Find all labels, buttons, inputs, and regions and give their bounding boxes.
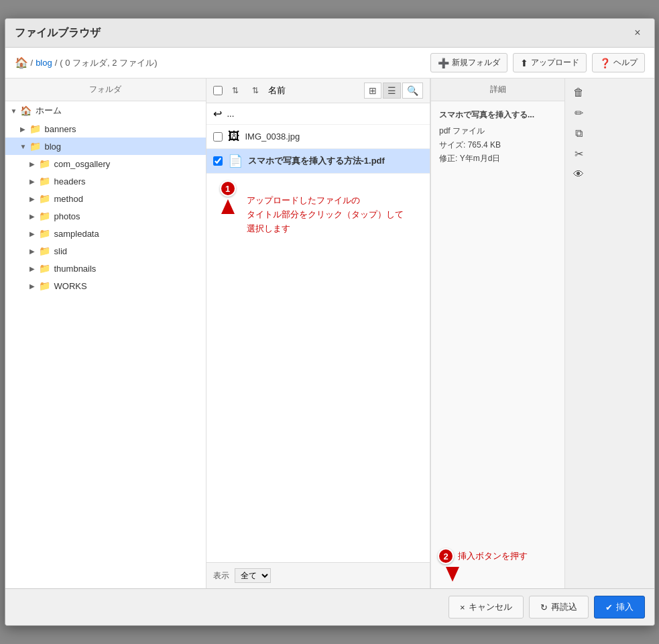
sidebar-item-label: sampledata [54, 229, 99, 239]
arrow-right-icon: ▶ [29, 248, 39, 255]
folder-icon: 📁 [39, 193, 50, 204]
file-browser-dialog: ファイルブラウザ × 🏠 / blog / ( 0 フォルダ, 2 ファイル) … [5, 18, 655, 626]
sidebar-item-com-osgallery[interactable]: ▶ 📁 com_osgallery [5, 155, 206, 172]
folder-icon: 📁 [39, 211, 50, 221]
breadcrumb-info: ( 0 フォルダ, 2 ファイル) [60, 57, 157, 69]
details-file-type: pdf ファイル [439, 124, 556, 138]
folder-icon: 📁 [39, 176, 50, 186]
preview-button[interactable]: 👁 [571, 166, 587, 183]
image-file-icon: 🖼 [228, 129, 240, 144]
grid-view-button[interactable]: ⊞ [364, 83, 381, 99]
help-icon: ❓ [599, 58, 611, 68]
folder-icon: 📁 [39, 246, 50, 256]
file-name-pdf: スマホで写真を挿入する方法-1.pdf [248, 155, 424, 167]
back-button-row[interactable]: ↩ ... [206, 103, 430, 125]
file-item-img0038[interactable]: 🖼 IMG_0038.jpg [206, 125, 430, 149]
select-all-checkbox[interactable] [213, 86, 223, 95]
cancel-label: キャンセル [469, 601, 512, 613]
cut-button[interactable]: ✂ [572, 145, 586, 163]
name-column-label: 名前 [268, 85, 286, 97]
annotation1-arrow-up-icon [221, 199, 235, 214]
sidebar-item-thumbnails[interactable]: ▶ 📁 thumbnails [5, 260, 206, 277]
edit-button[interactable]: ✏ [572, 104, 586, 122]
sidebar-item-label: thumbnails [54, 264, 97, 274]
delete-button[interactable]: 🗑 [571, 84, 587, 101]
list-view-button[interactable]: ☰ [383, 83, 401, 99]
arrow-right-icon: ▶ [29, 230, 39, 237]
sidebar-item-blog[interactable]: ▼ 📁 blog [5, 138, 206, 155]
cancel-button[interactable]: × キャンセル [448, 596, 524, 619]
upload-button[interactable]: ⬆ アップロード [513, 53, 587, 72]
file-toolbar: ⇅ ⇅ 名前 ⊞ ☰ 🔍 [206, 78, 430, 103]
annotation2-arrow-area [438, 567, 459, 582]
toolbar-actions: ➕ 新規フォルダ ⬆ アップロード ❓ ヘルプ [430, 53, 645, 72]
sidebar-item-photos[interactable]: ▶ 📁 photos [5, 207, 206, 225]
sidebar: フォルダ ▼ 🏠 ホーム ▶ 📁 banners ▼ 📁 blog ▶ 📁 co… [5, 78, 206, 588]
insert-button[interactable]: ✔ 挿入 [594, 596, 645, 619]
annotation1-text: アップロードしたファイルの タイトル部分をクリック（タップ）して 選択します [247, 194, 417, 235]
annotation2-content: 2 挿入ボタンを押す [438, 548, 558, 582]
details-panel-row: 詳細 スマホで写真を挿入する... pdf ファイル サイズ: 765.4 KB… [430, 78, 654, 588]
sidebar-header: フォルダ [5, 78, 206, 101]
sidebar-item-works[interactable]: ▶ 📁 WORKS [5, 277, 206, 294]
annotation1-area: 1 アップロードしたファイルの タイトル部分をクリック（タップ）して 選択します [206, 174, 430, 242]
new-folder-icon: ➕ [438, 58, 449, 68]
details-file-title: スマホで写真を挿入する... [439, 108, 556, 121]
sidebar-item-banners[interactable]: ▶ 📁 banners [5, 120, 206, 138]
cancel-icon: × [460, 602, 465, 612]
sidebar-item-slid[interactable]: ▶ 📁 slid [5, 242, 206, 260]
sidebar-item-label: ホーム [36, 105, 62, 117]
sort-desc-button[interactable]: ⇅ [248, 84, 263, 97]
arrow-right-icon: ▶ [29, 178, 39, 185]
close-button[interactable]: × [630, 25, 644, 40]
reload-icon: ↻ [540, 602, 548, 612]
sidebar-item-home[interactable]: ▼ 🏠 ホーム [5, 101, 206, 120]
arrow-right-icon: ▶ [20, 125, 29, 133]
help-button[interactable]: ❓ ヘルプ [592, 53, 645, 72]
back-arrow-icon: ↩ [213, 107, 222, 120]
annotation1-badge-area: 1 [220, 180, 236, 214]
folder-icon: 📁 [39, 263, 50, 274]
annotation2-text: 挿入ボタンを押す [458, 549, 528, 564]
upload-label: アップロード [531, 57, 579, 68]
folder-icon: 📁 [39, 228, 50, 239]
arrow-right-icon: ▶ [29, 213, 39, 220]
folder-icon: 📁 [29, 123, 41, 134]
copy-button[interactable]: ⧉ [573, 125, 585, 142]
annotation2-arrow-down-icon [446, 567, 459, 582]
annotation2-badge-row: 2 挿入ボタンを押す [438, 548, 528, 564]
file-item-pdf[interactable]: 📄 スマホで写真を挿入する方法-1.pdf [206, 149, 430, 174]
sidebar-item-label: slid [54, 246, 68, 256]
view-buttons: ⊞ ☰ 🔍 [364, 83, 423, 99]
reload-button[interactable]: ↻ 再読込 [529, 596, 589, 619]
new-folder-button[interactable]: ➕ 新規フォルダ [430, 53, 507, 72]
sidebar-item-sampledata[interactable]: ▶ 📁 sampledata [5, 225, 206, 242]
arrow-down-icon: ▼ [20, 143, 29, 150]
arrow-right-icon: ▶ [29, 265, 39, 272]
sidebar-item-method[interactable]: ▶ 📁 method [5, 190, 206, 207]
sidebar-item-label: com_osgallery [54, 159, 111, 169]
bottom-bar: × キャンセル ↻ 再読込 ✔ 挿入 [5, 588, 654, 625]
sort-asc-button[interactable]: ⇅ [228, 84, 243, 97]
folder-icon: 📁 [29, 141, 41, 152]
file-checkbox-pdf[interactable] [213, 156, 223, 166]
search-button[interactable]: 🔍 [402, 83, 423, 99]
sidebar-item-label: WORKS [54, 281, 87, 291]
display-filter-select[interactable]: 全て 画像 文書 [235, 568, 271, 583]
home-icon[interactable]: 🏠 [15, 56, 28, 69]
file-checkbox-img0038[interactable] [213, 132, 223, 142]
breadcrumb-blog-link[interactable]: blog [36, 58, 52, 68]
insert-icon: ✔ [605, 602, 613, 612]
reload-label: 再読込 [551, 601, 577, 613]
folder-icon: 📁 [39, 158, 50, 169]
insert-label: 挿入 [616, 601, 634, 613]
details-content: スマホで写真を挿入する... pdf ファイル サイズ: 765.4 KB 修正… [431, 101, 564, 535]
details-file-size: サイズ: 765.4 KB [439, 138, 556, 152]
sidebar-item-label: blog [45, 142, 62, 152]
file-area: ⇅ ⇅ 名前 ⊞ ☰ 🔍 ↩ ... [206, 78, 431, 588]
pdf-file-icon: 📄 [228, 154, 243, 168]
sidebar-item-label: banners [45, 124, 76, 134]
dialog-title: ファイルブラウザ [15, 26, 101, 40]
sidebar-item-label: method [54, 194, 83, 204]
sidebar-item-headers[interactable]: ▶ 📁 headers [5, 172, 206, 190]
